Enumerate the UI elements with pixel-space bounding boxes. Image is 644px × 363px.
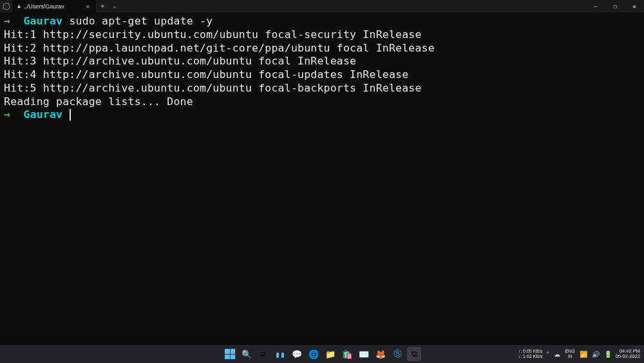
upload-speed: ↑: 0.05 KB/s	[518, 349, 543, 354]
explorer-icon[interactable]: 📁	[323, 347, 337, 361]
ubuntu-icon: ▲	[17, 3, 21, 9]
tab-dropdown-button[interactable]: ⌄	[109, 3, 120, 9]
output-line: Reading package lists... Done	[4, 95, 640, 109]
battery-icon[interactable]: 🔋	[604, 351, 612, 358]
download-speed: ↓: 1.62 KB/s	[518, 354, 543, 359]
window-controls: — ❐ ✕	[586, 0, 644, 12]
prompt-folder: Gaurav	[23, 108, 62, 121]
edge-icon[interactable]: 🌐	[307, 347, 321, 361]
maximize-button[interactable]: ❐	[605, 0, 625, 12]
minimize-button[interactable]: —	[586, 0, 605, 12]
search-icon[interactable]: 🔍	[240, 347, 254, 361]
cursor	[70, 109, 71, 121]
firefox-icon[interactable]: 🦊	[374, 347, 388, 361]
tray-icons: ˄ ☁ ENG IN 📶 🔊 🔋	[546, 349, 611, 358]
start-button[interactable]	[223, 347, 237, 361]
active-tab[interactable]: ▲ ../Users/Gaurav ✕	[12, 0, 96, 12]
store-icon[interactable]: 🛍️	[340, 347, 354, 361]
system-tray: ↑: 0.05 KB/s ↓: 1.62 KB/s ˄ ☁ ENG IN 📶 🔊…	[518, 349, 640, 360]
svg-point-0	[3, 3, 10, 10]
close-tab-button[interactable]: ✕	[85, 3, 91, 10]
language-indicator[interactable]: ENG IN	[565, 349, 574, 358]
date: 05-02-2022	[616, 354, 640, 359]
close-window-button[interactable]: ✕	[625, 0, 644, 12]
prompt-line: → Gaurav	[4, 108, 640, 122]
terminal-content[interactable]: → Gaurav sudo apt-get update -y Hit:1 ht…	[0, 12, 644, 124]
tab-area: ▲ ../Users/Gaurav ✕ + ⌄	[0, 0, 120, 12]
output-line: Hit:2 http://ppa.launchpad.net/git-core/…	[4, 42, 640, 55]
clock[interactable]: 04:42 PM 05-02-2022	[616, 349, 640, 360]
volume-icon[interactable]: 🔊	[592, 351, 600, 358]
command-line: → Gaurav sudo apt-get update -y	[4, 15, 640, 28]
chevron-up-icon[interactable]: ˄	[546, 351, 549, 358]
output-line: Hit:5 http://archive.ubuntu.com/ubuntu f…	[4, 82, 640, 95]
widgets-icon[interactable]: ▮▮	[273, 347, 287, 361]
app-icon	[1, 1, 12, 12]
prompt-arrow-icon: →	[4, 108, 10, 121]
terminal-icon[interactable]: ⧉	[407, 347, 421, 361]
task-view-icon[interactable]: ⊞	[256, 347, 270, 361]
output-line: Hit:1 http://security.ubuntu.com/ubuntu …	[4, 28, 640, 42]
titlebar: ▲ ../Users/Gaurav ✕ + ⌄ — ❐ ✕	[0, 0, 644, 12]
skype-icon[interactable]: Ⓢ	[390, 347, 404, 361]
prompt-folder: Gaurav	[23, 15, 62, 27]
command-text: sudo apt-get update -y	[69, 15, 213, 27]
network-speed: ↑: 0.05 KB/s ↓: 1.62 KB/s	[518, 349, 543, 358]
output-line: Hit:4 http://archive.ubuntu.com/ubuntu f…	[4, 68, 640, 82]
chat-icon[interactable]: 💬	[290, 347, 304, 361]
output-line: Hit:3 http://archive.ubuntu.com/ubuntu f…	[4, 55, 640, 68]
tab-title: ../Users/Gaurav	[24, 3, 64, 10]
taskbar-icons: 🔍 ⊞ ▮▮ 💬 🌐 📁 🛍️ ✉️ 🦊 Ⓢ ⧉	[223, 347, 421, 361]
mail-icon[interactable]: ✉️	[357, 347, 371, 361]
onedrive-icon[interactable]: ☁	[554, 351, 560, 358]
new-tab-button[interactable]: +	[96, 2, 109, 10]
prompt-arrow-icon: →	[4, 15, 10, 27]
wifi-icon[interactable]: 📶	[580, 351, 587, 358]
taskbar: 🔍 ⊞ ▮▮ 💬 🌐 📁 🛍️ ✉️ 🦊 Ⓢ ⧉ ↑: 0.05 KB/s ↓:…	[0, 345, 644, 363]
